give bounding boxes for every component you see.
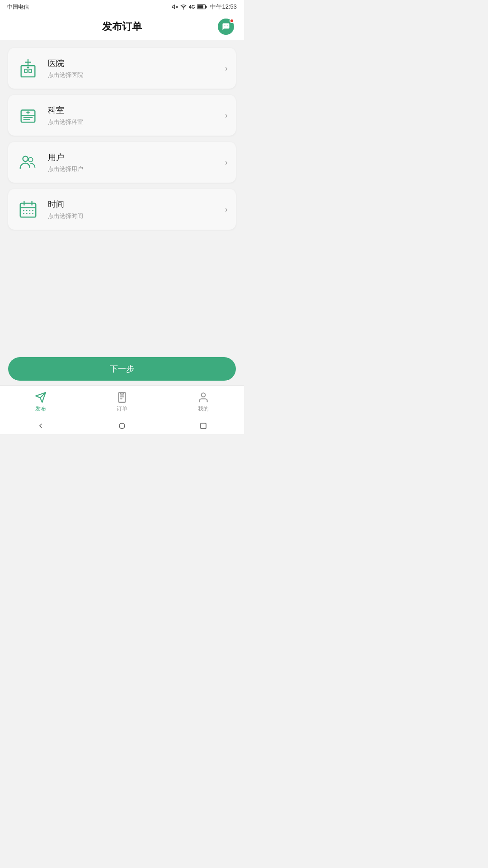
department-subtitle: 点击选择科室 <box>48 118 83 126</box>
hospital-title: 医院 <box>48 58 83 69</box>
department-title: 科室 <box>48 105 83 116</box>
svg-rect-12 <box>29 69 32 73</box>
recent-button[interactable] <box>195 418 211 434</box>
mute-icon <box>172 4 178 10</box>
network-text: 4G <box>189 5 195 9</box>
notification-dot <box>230 19 234 23</box>
publish-icon <box>34 391 47 404</box>
svg-rect-46 <box>201 423 206 429</box>
svg-point-7 <box>224 26 225 27</box>
svg-point-30 <box>23 210 24 211</box>
orders-icon <box>116 391 128 404</box>
svg-rect-6 <box>198 5 204 9</box>
svg-point-3 <box>183 9 184 9</box>
user-subtitle: 点击选择用户 <box>48 165 83 173</box>
hospital-icon <box>16 57 40 80</box>
main-content: 医院 点击选择医院 › <box>0 40 244 352</box>
svg-point-9 <box>227 26 228 27</box>
time-subtitle: 点击选择时间 <box>48 212 83 220</box>
wifi-icon <box>180 4 187 10</box>
next-button-wrap: 下一步 <box>0 352 244 385</box>
mine-icon <box>197 391 210 404</box>
nav-label-publish: 发布 <box>35 405 46 413</box>
calendar-icon <box>16 198 40 221</box>
hospital-card[interactable]: 医院 点击选择医院 › <box>8 48 236 89</box>
svg-point-45 <box>119 423 125 429</box>
header: 发布订单 <box>0 14 244 40</box>
svg-point-8 <box>225 26 226 27</box>
svg-point-35 <box>26 213 28 214</box>
hospital-chevron: › <box>225 64 228 73</box>
nav-item-orders[interactable]: 订单 <box>81 391 163 413</box>
page-title: 发布订单 <box>102 20 142 33</box>
chat-icon <box>221 22 230 31</box>
svg-marker-0 <box>172 5 174 9</box>
department-icon <box>16 104 40 127</box>
svg-point-34 <box>23 213 24 214</box>
svg-point-44 <box>202 393 206 397</box>
home-button[interactable] <box>114 418 130 434</box>
carrier-text: 中国电信 <box>7 3 29 11</box>
time-title: 时间 <box>48 199 83 210</box>
user-card[interactable]: 用户 点击选择用户 › <box>8 142 236 183</box>
department-card[interactable]: 科室 点击选择科室 › <box>8 95 236 136</box>
svg-point-33 <box>32 210 33 211</box>
back-button[interactable] <box>33 418 49 434</box>
user-title: 用户 <box>48 152 83 163</box>
time-chevron: › <box>225 205 228 214</box>
time-card[interactable]: 时间 点击选择时间 › <box>8 189 236 230</box>
svg-point-31 <box>26 210 28 211</box>
next-button[interactable]: 下一步 <box>8 357 236 381</box>
user-icon <box>16 151 40 174</box>
user-chevron: › <box>225 158 228 167</box>
svg-point-37 <box>32 213 33 214</box>
status-bar: 中国电信 4G 中午12:53 <box>0 0 244 14</box>
svg-point-24 <box>23 156 28 162</box>
chat-button[interactable] <box>216 17 236 37</box>
svg-rect-5 <box>206 6 207 8</box>
svg-point-32 <box>29 210 30 211</box>
battery-icon <box>197 4 207 9</box>
svg-rect-11 <box>24 69 27 73</box>
system-nav-bar <box>0 418 244 434</box>
status-icons: 4G 中午12:53 <box>172 3 237 11</box>
hospital-subtitle: 点击选择医院 <box>48 71 83 79</box>
department-chevron: › <box>225 111 228 120</box>
svg-rect-26 <box>20 203 36 217</box>
chat-icon-wrap <box>218 19 234 35</box>
nav-item-publish[interactable]: 发布 <box>0 391 81 413</box>
nav-label-mine: 我的 <box>198 405 209 413</box>
svg-point-25 <box>28 157 33 162</box>
time-text: 中午12:53 <box>210 3 237 11</box>
nav-label-orders: 订单 <box>117 405 127 413</box>
svg-point-36 <box>29 213 30 214</box>
bottom-navigation: 发布 订单 我的 <box>0 385 244 418</box>
nav-item-mine[interactable]: 我的 <box>163 391 244 413</box>
